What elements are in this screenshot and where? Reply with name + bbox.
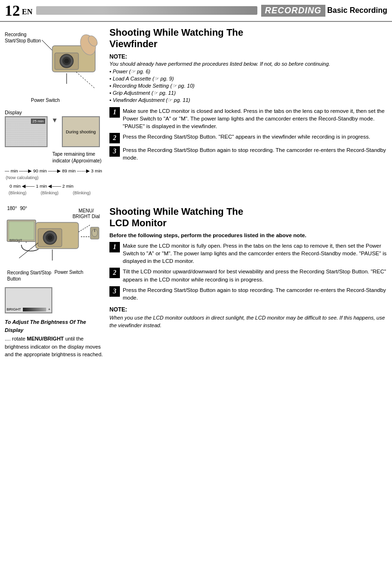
header-basic-label: Basic Recording <box>327 6 387 15</box>
brightness-note: To Adjust The Brightness Of The Display … <box>5 318 105 359</box>
display-label: Display <box>5 110 105 115</box>
display-row: 25 min ▼ During shooting <box>5 116 105 147</box>
brightness-text: .... rotate MENU/BRIGHT until the bright… <box>5 335 105 359</box>
step-1-2: 2 Press the Recording Start/Stop Button.… <box>109 133 387 143</box>
section1-steps: 1 Make sure the LCD monitor is closed an… <box>109 107 387 161</box>
diagram-arrow: ▼ <box>51 116 58 124</box>
step-2-1: 1 Make sure the LCD monitor is fully ope… <box>109 242 387 265</box>
section2-note-label: NOTE: <box>109 306 387 313</box>
page-header: 12 EN RECORDING Basic Recording <box>0 0 392 22</box>
step-number-1: 1 <box>109 107 120 118</box>
svg-point-5 <box>64 59 69 63</box>
step2-number-2: 2 <box>109 268 120 278</box>
left-col-section1: Recording Start/Stop Button <box>5 27 105 196</box>
note-item-1: Power (☞ pg. 6) <box>109 69 387 75</box>
step-1-1: 1 Make sure the LCD monitor is closed an… <box>109 107 387 130</box>
step2-number-1: 1 <box>109 242 120 252</box>
step-2-3: 3 Press the Recording Start/Stop Button … <box>109 286 387 301</box>
menu-bright-label: MENU/ BRIGHT Dial <box>72 208 100 220</box>
note-item-5: Viewfinder Adjustment (☞ pg. 11) <box>109 97 387 103</box>
display-box: 25 min <box>5 116 48 147</box>
page-number: 12 <box>5 3 20 18</box>
right-col-section2: Shooting While Watching The LCD Monitor … <box>109 206 387 359</box>
angle-label-90: 90° <box>20 206 27 211</box>
bottom-display-section: BRIGHT + <box>5 287 105 313</box>
section2-before-note: Before the following steps, perform the … <box>109 232 387 238</box>
right-col-section1: Shooting While Watching The Viewfinder N… <box>109 27 387 196</box>
camera-lines-svg <box>5 27 100 108</box>
step2-number-3: 3 <box>109 286 120 297</box>
section1-body: Recording Start/Stop Button <box>0 22 392 201</box>
recording-label-2: Recording Start/Stop Button <box>7 270 51 282</box>
note-item-4: Grip Adjustment (☞ pg. 11) <box>109 90 387 96</box>
step2-text-2: Tilt the LCD monitor upward/downward for… <box>123 268 387 283</box>
step-1-3: 3 Press the Recording Start/Stop Button … <box>109 146 387 161</box>
power-switch-label: Power Switch <box>31 98 60 103</box>
svg-text:BRIGHT: BRIGHT <box>10 239 22 242</box>
section1-title: Shooting While Watching The Viewfinder <box>109 27 387 50</box>
during-shooting-box: During shooting <box>62 116 100 147</box>
step2-text-1: Make sure the LCD monitor is fully open.… <box>123 242 387 265</box>
section2-note-text: When you use the LCD monitor outdoors in… <box>109 314 387 330</box>
page-en-label: EN <box>22 8 32 16</box>
left-col-section2: 180° 90° MENU/ BRIGHT Dial BRIGHT <box>5 206 105 359</box>
bottom-display-box: BRIGHT + <box>5 287 52 313</box>
section1-note-intro: You should already have performed the pr… <box>109 61 387 67</box>
camera-diagram-section2: 180° 90° MENU/ BRIGHT Dial BRIGHT <box>5 206 100 284</box>
section2-body: 180° 90° MENU/ BRIGHT Dial BRIGHT <box>0 206 392 359</box>
step-number-3: 3 <box>109 146 120 157</box>
step-2-2: 2 Tilt the LCD monitor upward/downward f… <box>109 268 387 283</box>
bright-label: BRIGHT <box>7 307 21 311</box>
section1-note-list: Power (☞ pg. 6) Load A Cassette (☞ pg. 9… <box>109 69 387 103</box>
step-text-3: Press the Recording Start/Stop Button ag… <box>123 146 387 161</box>
step2-text-3: Press the Recording Start/Stop Button ag… <box>123 286 387 301</box>
power-switch-label-2: Power Switch <box>54 270 83 275</box>
brightness-title: To Adjust The Brightness Of The Display <box>5 318 105 334</box>
arrow-row2: 0 min ◀—— 1 min ◀—— 2 min (Blinking) (Bl… <box>5 182 105 197</box>
note-item-2: Load A Cassette (☞ pg. 9) <box>109 76 387 82</box>
header-recording-label: RECORDING <box>261 5 325 17</box>
step-text-2: Press the Recording Start/Stop Button. "… <box>123 133 387 140</box>
svg-line-20 <box>78 225 90 232</box>
section2-steps: 1 Make sure the LCD monitor is fully ope… <box>109 242 387 301</box>
svg-point-19 <box>48 235 52 240</box>
camera-diagram-section1: Recording Start/Stop Button <box>5 27 100 108</box>
section1-note-label: NOTE: <box>109 53 387 60</box>
display-section: Display 25 min ▼ During shooting <box>5 110 105 147</box>
header-decorative-bar <box>36 6 257 15</box>
arrow-row1: — min ——▶ 90 min ——▶ 89 min ------▶ 3 mi… <box>5 167 105 181</box>
step-number-2: 2 <box>109 133 120 143</box>
svg-line-9 <box>76 72 95 89</box>
note-item-3: Recording Mode Setting (☞ pg. 10) <box>109 83 387 89</box>
section2-note: NOTE: When you use the LCD monitor outdo… <box>109 306 387 330</box>
section2-title: Shooting While Watching The LCD Monitor <box>109 206 387 229</box>
header-title: RECORDING Basic Recording <box>261 5 387 17</box>
angle-label-180: 180° <box>7 206 17 211</box>
display-time: 25 min <box>31 119 45 124</box>
step-text-1: Make sure the LCD monitor is closed and … <box>123 107 387 130</box>
tape-label: Tape remaining time indicator (Approxima… <box>52 151 105 164</box>
svg-rect-11 <box>9 221 34 240</box>
